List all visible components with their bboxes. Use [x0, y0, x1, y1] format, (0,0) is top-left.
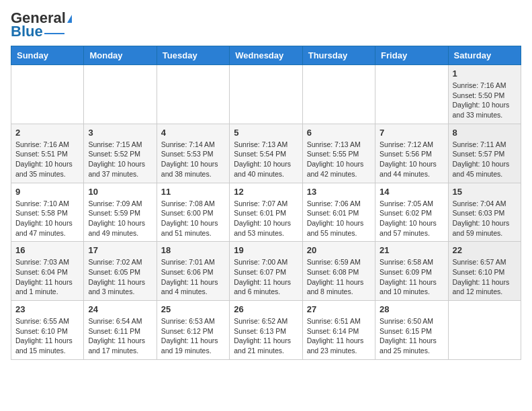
calendar-cell: 17Sunrise: 7:02 AM Sunset: 6:05 PM Dayli… [84, 242, 157, 301]
calendar-week-row: 9Sunrise: 7:10 AM Sunset: 5:58 PM Daylig… [11, 183, 521, 242]
day-number: 5 [234, 128, 298, 138]
calendar-cell: 24Sunrise: 6:54 AM Sunset: 6:11 PM Dayli… [84, 301, 157, 360]
day-info: Sunrise: 7:03 AM Sunset: 6:04 PM Dayligh… [15, 257, 79, 297]
logo-blue: Blue [11, 24, 43, 39]
calendar-cell: 25Sunrise: 6:53 AM Sunset: 6:12 PM Dayli… [157, 301, 229, 360]
day-number: 9 [15, 187, 79, 197]
calendar-week-row: 16Sunrise: 7:03 AM Sunset: 6:04 PM Dayli… [11, 242, 521, 301]
calendar-cell: 18Sunrise: 7:01 AM Sunset: 6:06 PM Dayli… [157, 242, 229, 301]
calendar-cell: 15Sunrise: 7:04 AM Sunset: 6:03 PM Dayli… [448, 183, 521, 242]
day-info: Sunrise: 7:10 AM Sunset: 5:58 PM Dayligh… [15, 199, 79, 238]
day-info: Sunrise: 7:13 AM Sunset: 5:54 PM Dayligh… [234, 140, 298, 179]
calendar-cell: 1Sunrise: 7:16 AM Sunset: 5:50 PM Daylig… [448, 65, 521, 124]
day-info: Sunrise: 7:16 AM Sunset: 5:50 PM Dayligh… [453, 81, 517, 120]
day-info: Sunrise: 7:02 AM Sunset: 6:05 PM Dayligh… [88, 257, 152, 297]
calendar-cell [375, 65, 448, 124]
calendar-cell: 2Sunrise: 7:16 AM Sunset: 5:51 PM Daylig… [11, 124, 84, 183]
day-info: Sunrise: 6:53 AM Sunset: 6:12 PM Dayligh… [161, 316, 225, 356]
calendar-header-row: SundayMondayTuesdayWednesdayThursdayFrid… [11, 46, 521, 65]
calendar-cell: 11Sunrise: 7:08 AM Sunset: 6:00 PM Dayli… [157, 183, 229, 242]
day-number: 13 [307, 187, 371, 197]
day-info: Sunrise: 7:09 AM Sunset: 5:59 PM Dayligh… [88, 199, 152, 238]
calendar-cell [11, 65, 84, 124]
day-number: 24 [88, 304, 152, 314]
calendar-cell [84, 65, 157, 124]
calendar-cell: 8Sunrise: 7:11 AM Sunset: 5:57 PM Daylig… [448, 124, 521, 183]
day-info: Sunrise: 7:01 AM Sunset: 6:06 PM Dayligh… [161, 257, 225, 297]
day-info: Sunrise: 7:06 AM Sunset: 6:01 PM Dayligh… [307, 199, 371, 238]
day-info: Sunrise: 7:07 AM Sunset: 6:01 PM Dayligh… [234, 199, 298, 238]
calendar-cell: 3Sunrise: 7:15 AM Sunset: 5:52 PM Daylig… [84, 124, 157, 183]
col-header-tuesday: Tuesday [157, 46, 229, 65]
calendar-cell: 9Sunrise: 7:10 AM Sunset: 5:58 PM Daylig… [11, 183, 84, 242]
day-number: 3 [88, 128, 152, 138]
day-number: 6 [307, 128, 371, 138]
logo: General Blue [11, 11, 72, 39]
page-header: General Blue [11, 11, 521, 39]
day-number: 25 [161, 304, 225, 314]
day-number: 19 [234, 245, 298, 255]
calendar-cell: 6Sunrise: 7:13 AM Sunset: 5:55 PM Daylig… [302, 124, 375, 183]
day-info: Sunrise: 7:13 AM Sunset: 5:55 PM Dayligh… [307, 140, 371, 179]
day-info: Sunrise: 7:14 AM Sunset: 5:53 PM Dayligh… [161, 140, 225, 179]
calendar-week-row: 23Sunrise: 6:55 AM Sunset: 6:10 PM Dayli… [11, 301, 521, 360]
calendar-cell: 27Sunrise: 6:51 AM Sunset: 6:14 PM Dayli… [302, 301, 375, 360]
day-number: 7 [380, 128, 443, 138]
day-info: Sunrise: 6:50 AM Sunset: 6:15 PM Dayligh… [380, 316, 443, 356]
calendar-cell: 13Sunrise: 7:06 AM Sunset: 6:01 PM Dayli… [302, 183, 375, 242]
day-number: 22 [453, 245, 517, 255]
day-number: 12 [234, 187, 298, 197]
day-number: 11 [161, 187, 225, 197]
calendar-cell: 23Sunrise: 6:55 AM Sunset: 6:10 PM Dayli… [11, 301, 84, 360]
calendar-cell [448, 301, 521, 360]
calendar-cell: 19Sunrise: 7:00 AM Sunset: 6:07 PM Dayli… [230, 242, 302, 301]
calendar-table: SundayMondayTuesdayWednesdayThursdayFrid… [11, 46, 521, 360]
day-number: 21 [380, 245, 443, 255]
day-number: 20 [307, 245, 371, 255]
calendar-cell: 26Sunrise: 6:52 AM Sunset: 6:13 PM Dayli… [230, 301, 302, 360]
day-info: Sunrise: 7:08 AM Sunset: 6:00 PM Dayligh… [161, 199, 225, 238]
calendar-week-row: 1Sunrise: 7:16 AM Sunset: 5:50 PM Daylig… [11, 65, 521, 124]
day-info: Sunrise: 7:12 AM Sunset: 5:56 PM Dayligh… [380, 140, 443, 179]
day-number: 10 [88, 187, 152, 197]
calendar-cell: 21Sunrise: 6:58 AM Sunset: 6:09 PM Dayli… [375, 242, 448, 301]
day-number: 14 [380, 187, 443, 197]
day-number: 18 [161, 245, 225, 255]
day-number: 23 [15, 304, 79, 314]
day-info: Sunrise: 6:57 AM Sunset: 6:10 PM Dayligh… [453, 257, 517, 297]
day-number: 2 [15, 128, 79, 138]
calendar-cell [230, 65, 302, 124]
day-number: 4 [161, 128, 225, 138]
calendar-cell: 20Sunrise: 6:59 AM Sunset: 6:08 PM Dayli… [302, 242, 375, 301]
calendar-cell: 16Sunrise: 7:03 AM Sunset: 6:04 PM Dayli… [11, 242, 84, 301]
day-number: 16 [15, 245, 79, 255]
day-info: Sunrise: 6:59 AM Sunset: 6:08 PM Dayligh… [307, 257, 371, 297]
calendar-cell [157, 65, 229, 124]
day-number: 17 [88, 245, 152, 255]
col-header-sunday: Sunday [11, 46, 84, 65]
day-info: Sunrise: 7:16 AM Sunset: 5:51 PM Dayligh… [15, 140, 79, 179]
day-number: 1 [453, 68, 517, 79]
day-number: 27 [307, 304, 371, 314]
calendar-week-row: 2Sunrise: 7:16 AM Sunset: 5:51 PM Daylig… [11, 124, 521, 183]
calendar-cell: 28Sunrise: 6:50 AM Sunset: 6:15 PM Dayli… [375, 301, 448, 360]
col-header-monday: Monday [84, 46, 157, 65]
day-info: Sunrise: 7:15 AM Sunset: 5:52 PM Dayligh… [88, 140, 152, 179]
calendar-cell: 14Sunrise: 7:05 AM Sunset: 6:02 PM Dayli… [375, 183, 448, 242]
day-info: Sunrise: 6:55 AM Sunset: 6:10 PM Dayligh… [15, 316, 79, 356]
calendar-cell: 4Sunrise: 7:14 AM Sunset: 5:53 PM Daylig… [157, 124, 229, 183]
calendar-cell: 5Sunrise: 7:13 AM Sunset: 5:54 PM Daylig… [230, 124, 302, 183]
calendar-cell: 12Sunrise: 7:07 AM Sunset: 6:01 PM Dayli… [230, 183, 302, 242]
day-info: Sunrise: 6:58 AM Sunset: 6:09 PM Dayligh… [380, 257, 443, 297]
day-info: Sunrise: 6:51 AM Sunset: 6:14 PM Dayligh… [307, 316, 371, 356]
day-number: 15 [453, 187, 517, 197]
calendar-cell: 7Sunrise: 7:12 AM Sunset: 5:56 PM Daylig… [375, 124, 448, 183]
col-header-friday: Friday [375, 46, 448, 65]
day-number: 26 [234, 304, 298, 314]
day-info: Sunrise: 7:05 AM Sunset: 6:02 PM Dayligh… [380, 199, 443, 238]
col-header-wednesday: Wednesday [230, 46, 302, 65]
calendar-cell: 22Sunrise: 6:57 AM Sunset: 6:10 PM Dayli… [448, 242, 521, 301]
col-header-thursday: Thursday [302, 46, 375, 65]
day-number: 8 [453, 128, 517, 138]
calendar-cell [302, 65, 375, 124]
